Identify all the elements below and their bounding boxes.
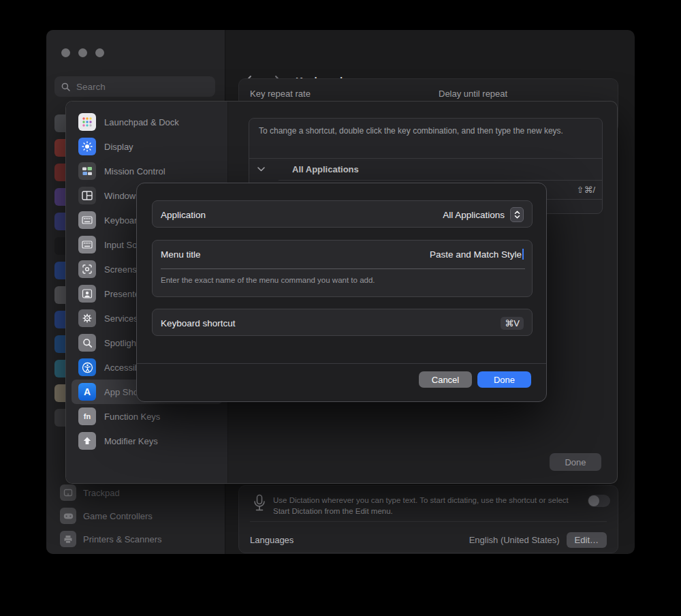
application-value: All Applications — [443, 210, 505, 220]
game-controller-icon — [60, 508, 76, 524]
search-input[interactable] — [75, 81, 200, 93]
category-launchpad-dock[interactable]: Launchpad & Dock — [72, 110, 223, 134]
sheet-done-button[interactable]: Done — [550, 453, 601, 471]
delay-until-repeat-label: Delay until repeat — [439, 89, 507, 99]
dictation-toggle[interactable] — [588, 495, 610, 507]
add-shortcut-dialog: Application All Applications Menu title … — [136, 183, 547, 402]
application-label: Application — [161, 210, 206, 220]
keyboard-shortcut-group: Keyboard shortcut ⌘V — [152, 309, 533, 336]
search-field[interactable] — [54, 76, 215, 97]
display-icon — [78, 138, 96, 155]
languages-row: Languages English (United States) Edit… — [250, 528, 607, 551]
all-applications-group-row[interactable]: All Applications — [249, 159, 603, 180]
sidebar-item-label: Game Controllers — [83, 511, 153, 521]
category-label: Services — [104, 313, 138, 324]
key-repeat-rate-label: Key repeat rate — [250, 89, 311, 99]
done-button[interactable]: Done — [477, 371, 531, 388]
category-label: Display — [104, 142, 133, 152]
group-header-label: All Applications — [292, 164, 359, 174]
close-window-button[interactable] — [61, 48, 70, 57]
menu-title-value: Paste and Match Style — [430, 249, 522, 260]
function-keys-icon: fn — [78, 407, 96, 425]
screenshots-icon — [78, 260, 96, 278]
menu-title-input[interactable]: Paste and Match Style — [430, 249, 524, 260]
menu-title-label: Menu title — [161, 249, 201, 260]
category-label: Launchpad & Dock — [104, 117, 179, 127]
dictation-description: Use Dictation wherever you can type text… — [273, 495, 585, 517]
printer-icon — [60, 531, 76, 547]
input-sources-icon — [78, 236, 96, 253]
menu-title-help: Enter the exact name of the menu command… — [161, 276, 375, 284]
field-underline — [161, 268, 525, 269]
languages-label: Languages — [250, 535, 294, 545]
modifier-keys-icon — [78, 432, 96, 450]
sidebar-item-trackpad[interactable]: Trackpad — [46, 482, 225, 503]
presenter-icon — [78, 285, 96, 303]
shortcut-keys-label: ⇧⌘/ — [576, 185, 595, 195]
category-label: Spotlight — [104, 338, 139, 348]
application-popup[interactable]: All Applications — [443, 207, 524, 222]
popup-stepper-icon[interactable] — [510, 207, 524, 222]
text-cursor — [522, 249, 524, 260]
keyboard-icon — [78, 211, 96, 229]
keyboard-shortcut-value[interactable]: ⌘V — [501, 317, 524, 330]
dictation-card: Use Dictation wherever you can type text… — [238, 485, 618, 553]
trackpad-icon — [60, 484, 76, 501]
divider — [250, 521, 607, 522]
application-group: Application All Applications — [152, 200, 533, 228]
mission-control-icon — [78, 162, 96, 180]
category-display[interactable]: Display — [72, 134, 223, 159]
cancel-button[interactable]: Cancel — [419, 371, 472, 388]
category-label: Function Keys — [104, 412, 160, 422]
sidebar-item-game-controllers[interactable]: Game Controllers — [46, 506, 225, 526]
edit-languages-button[interactable]: Edit… — [567, 532, 607, 548]
sidebar-item-label: Printers & Scanners — [83, 534, 162, 544]
launchpad-dock-icon — [78, 113, 96, 131]
category-label: Modifier Keys — [104, 436, 158, 446]
menu-title-group: Menu title Paste and Match Style Enter t… — [152, 240, 533, 297]
accessibility-icon — [78, 358, 96, 376]
toggle-knob — [588, 495, 599, 506]
category-mission-control[interactable]: Mission Control — [72, 159, 223, 183]
app-store-glyph: A — [84, 386, 91, 397]
category-function-keys[interactable]: fn Function Keys — [72, 404, 223, 429]
search-icon — [61, 82, 70, 91]
fn-glyph: fn — [84, 412, 91, 420]
shortcuts-instruction: To change a shortcut, double click the k… — [259, 125, 586, 137]
category-label: Mission Control — [104, 166, 165, 176]
chevron-down-icon[interactable] — [257, 167, 265, 172]
spotlight-icon — [78, 334, 96, 352]
keyboard-shortcut-label: Keyboard shortcut — [161, 318, 236, 328]
zoom-window-button[interactable] — [95, 48, 104, 57]
languages-value: English (United States) — [469, 535, 560, 545]
app-shortcuts-icon: A — [78, 383, 96, 401]
microphone-icon — [253, 494, 266, 513]
sidebar-item-label: Trackpad — [83, 488, 120, 498]
services-icon — [78, 309, 96, 327]
sidebar-item-printers-scanners[interactable]: Printers & Scanners — [46, 529, 225, 549]
screen: Trackpad Game Controllers Printers & Sca… — [0, 0, 681, 616]
windows-icon — [78, 187, 96, 204]
minimize-window-button[interactable] — [78, 48, 87, 57]
category-label: Windows — [104, 191, 140, 201]
divider — [137, 363, 546, 364]
category-modifier-keys[interactable]: Modifier Keys — [72, 429, 223, 453]
